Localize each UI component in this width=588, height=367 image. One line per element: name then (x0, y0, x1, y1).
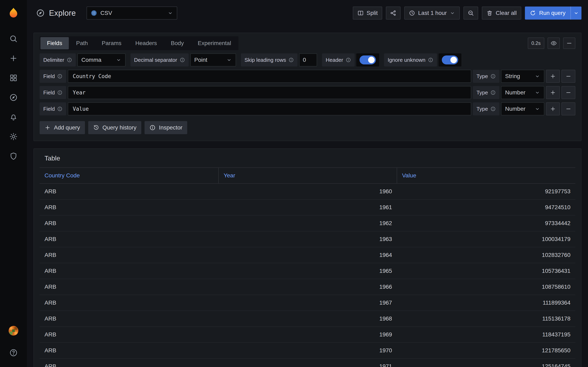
explore-icon[interactable] (5, 89, 22, 106)
field-label: Field (40, 70, 66, 83)
cell-value: 100034179 (397, 231, 575, 247)
add-field-button[interactable] (546, 102, 560, 115)
share-button[interactable] (386, 7, 401, 20)
split-button[interactable]: Split (353, 7, 382, 20)
plus-icon (550, 73, 556, 79)
tab-headers[interactable]: Headers (129, 37, 164, 49)
table-row[interactable]: ARB 1965 105736431 (40, 263, 575, 279)
chevron-down-icon (450, 10, 455, 16)
ignore-unknown-toggle[interactable] (439, 53, 461, 67)
time-range-picker[interactable]: Last 1 hour (404, 7, 460, 20)
datasource-picker[interactable]: CSV (86, 7, 177, 20)
column-header-value[interactable]: Value (397, 167, 575, 184)
chevron-down-icon (535, 106, 540, 112)
cell-year: 1960 (218, 184, 397, 200)
decimal-separator-label: Decimal separator (130, 53, 189, 67)
cell-country-code: ARB (40, 342, 218, 359)
user-avatar[interactable] (5, 322, 22, 339)
remove-field-button[interactable] (562, 86, 575, 99)
query-tabs: FieldsPathParamsHeadersBodyExperimental (40, 36, 238, 50)
tab-fields[interactable]: Fields (40, 37, 69, 49)
table-row[interactable]: ARB 1971 125164745 (40, 359, 575, 367)
tab-path[interactable]: Path (70, 37, 95, 49)
column-header-country-code[interactable]: Country Code (40, 167, 218, 184)
sync-icon (530, 10, 536, 16)
add-query-button[interactable]: Add query (40, 121, 85, 134)
cell-year: 1967 (218, 295, 397, 311)
table-row[interactable]: ARB 1962 97334442 (40, 215, 575, 231)
zoom-out-button[interactable] (463, 7, 478, 20)
field-name-input[interactable] (68, 86, 471, 99)
table-row[interactable]: ARB 1960 92197753 (40, 184, 575, 200)
explore-content: FieldsPathParamsHeadersBodyExperimental … (27, 26, 588, 367)
chevron-down-icon (167, 10, 173, 16)
dashboards-icon[interactable] (5, 69, 22, 86)
table-row[interactable]: ARB 1964 102832760 (40, 247, 575, 263)
run-query-dropdown[interactable] (571, 7, 581, 20)
run-query-button[interactable]: Run query (525, 7, 581, 20)
chevron-down-icon (116, 57, 121, 63)
remove-field-button[interactable] (562, 70, 575, 83)
column-header-year[interactable]: Year (218, 167, 397, 184)
field-type-select[interactable]: String (501, 70, 544, 83)
configuration-icon[interactable] (5, 128, 22, 145)
field-name-input[interactable] (68, 70, 471, 83)
field-rows: Field Type String Field Type Number (40, 70, 575, 115)
field-type-select[interactable]: Number (501, 86, 544, 99)
chevron-down-icon (535, 73, 540, 79)
header-toggle[interactable] (356, 53, 379, 67)
explore-header: Explore CSV Split Last 1 hour (27, 0, 588, 26)
type-label: Type (473, 70, 499, 83)
minus-icon (565, 90, 571, 96)
server-admin-icon[interactable] (5, 148, 22, 165)
field-type-select[interactable]: Number (501, 102, 544, 115)
grafana-logo[interactable] (5, 5, 22, 21)
search-icon[interactable] (5, 30, 22, 47)
cell-country-code: ARB (40, 231, 218, 247)
cell-year: 1968 (218, 311, 397, 327)
decimal-separator-select[interactable]: Point (190, 53, 236, 67)
delimiter-label: Delimiter (40, 53, 76, 67)
clock-icon (409, 10, 415, 16)
add-field-button[interactable] (546, 70, 560, 83)
info-icon (180, 57, 185, 63)
tab-experimental[interactable]: Experimental (191, 37, 237, 49)
inspector-button[interactable]: Inspector (145, 121, 187, 134)
table-row[interactable]: ARB 1963 100034179 (40, 231, 575, 247)
skip-leading-rows-input[interactable] (299, 53, 317, 67)
table-row[interactable]: ARB 1967 111899364 (40, 295, 575, 311)
alerting-icon[interactable] (5, 108, 22, 125)
table-row[interactable]: ARB 1961 94724510 (40, 200, 575, 215)
tab-params[interactable]: Params (95, 37, 128, 49)
create-icon[interactable] (5, 50, 22, 67)
columns-icon (357, 10, 364, 16)
cell-year: 1971 (218, 359, 397, 367)
table-row[interactable]: ARB 1970 121785650 (40, 342, 575, 359)
tab-body[interactable]: Body (164, 37, 190, 49)
compass-icon (36, 8, 45, 17)
remove-field-button[interactable] (562, 102, 575, 115)
collapse-query-button[interactable] (563, 38, 575, 49)
table-row[interactable]: ARB 1966 108758610 (40, 279, 575, 295)
query-history-button[interactable]: Query history (88, 121, 141, 134)
history-icon (93, 125, 99, 131)
preview-toggle-button[interactable] (548, 38, 560, 49)
table-row[interactable]: ARB 1969 118437195 (40, 327, 575, 342)
cell-country-code: ARB (40, 247, 218, 263)
help-icon[interactable] (5, 344, 22, 361)
datasource-value: CSV (100, 10, 112, 16)
cell-value: 92197753 (397, 184, 575, 200)
header-label: Header (322, 53, 355, 67)
query-editor-panel: FieldsPathParamsHeadersBodyExperimental … (34, 33, 581, 141)
cell-value: 111899364 (397, 295, 575, 311)
field-name-input[interactable] (68, 102, 471, 115)
delimiter-select[interactable]: Comma (77, 53, 126, 67)
data-table: Country Code Year Value ARB 1960 9219775… (40, 167, 575, 367)
add-field-button[interactable] (546, 86, 560, 99)
table-row[interactable]: ARB 1968 115136178 (40, 311, 575, 327)
info-icon (490, 74, 496, 79)
clear-all-button[interactable]: Clear all (482, 7, 521, 20)
info-icon (57, 106, 62, 111)
info-icon (490, 90, 496, 95)
cell-value: 105736431 (397, 263, 575, 279)
